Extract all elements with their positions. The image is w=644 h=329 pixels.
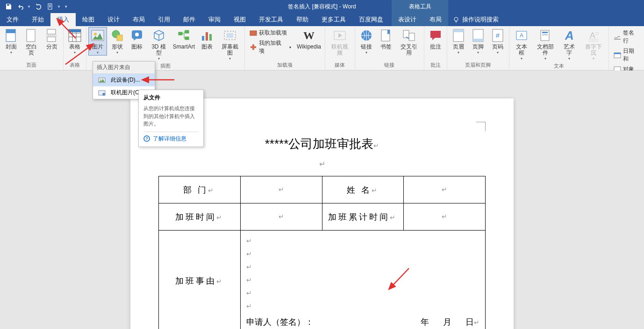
svg-rect-18 [206,32,208,41]
applicant-label: 申请人（签名）： [246,316,314,328]
textbox-button[interactable]: A 文本框▾ [511,27,532,62]
tooltip-link[interactable]: ? 了解详细信息 [143,132,199,143]
icons-button[interactable]: 图标 [128,27,146,51]
cell-reason-label[interactable]: 加班事由↵ [159,231,241,329]
svg-rect-19 [209,34,212,41]
new-doc-button[interactable] [46,2,55,11]
wikipedia-button[interactable]: W Wikipedia [295,27,322,51]
quick-access-toolbar: ▼ ▼ ▾ [0,2,73,11]
svg-rect-5 [47,29,56,34]
link-button[interactable]: 链接▾ [357,27,376,56]
page-break-button[interactable]: 分页 [43,27,61,51]
signature-line-button[interactable]: 签名行 [611,28,642,46]
tab-design[interactable]: 设计 [101,13,126,26]
pagenum-button[interactable]: # 页码▾ [488,27,507,56]
tab-tablelayout[interactable]: 布局 [423,13,448,26]
tab-view[interactable]: 视图 [227,13,252,26]
ribbon-group-links: 链接▾ 书签 交叉引用 链接 [355,26,424,70]
device-icon [98,77,107,84]
shapes-button[interactable]: 形状▾ [108,27,127,56]
svg-rect-14 [179,32,182,35]
page-corner-mark [476,122,486,131]
cell-time-value[interactable]: ↵ [240,203,322,231]
tab-tabledesign[interactable]: 表设计 [392,13,423,26]
undo-button[interactable] [16,2,25,11]
svg-point-10 [94,33,97,35]
tell-me-search[interactable]: 操作说明搜索 [448,13,503,26]
header-button[interactable]: 页眉▾ [449,27,468,56]
quickparts-button[interactable]: 文档部件▾ [532,27,558,62]
ribbon-group-text2: 签名行 日期和 对象 [609,26,644,70]
blank-page-button[interactable]: 空白页 [21,27,42,57]
svg-rect-3 [6,29,15,33]
ribbon-group-addins: 获取加载项 我的加载项▾ W Wikipedia 加载项 [245,26,325,70]
cell-dept-value[interactable]: ↵ [240,176,322,203]
svg-rect-0 [48,4,52,9]
svg-rect-38 [542,34,548,35]
tab-developer[interactable]: 开发工具 [252,13,290,26]
cell-sum-value[interactable]: ↵ [404,203,486,231]
comment-button[interactable]: 批注 [426,27,445,51]
cell-reason-value[interactable]: ↵↵↵ ↵↵↵ 申请人（签名）： 年 月 日↵ [240,231,485,329]
tab-insert[interactable]: 插入 [50,13,76,26]
svg-rect-12 [117,35,122,41]
svg-rect-26 [403,30,409,38]
cell-sum-label[interactable]: 加班累计时间↵ [322,203,404,231]
tab-references[interactable]: 引用 [151,13,177,26]
tab-draw[interactable]: 绘图 [76,13,101,26]
dropdown-arrow-icon[interactable]: ▼ [27,5,31,9]
online-video-button: 联机视频 [327,27,353,57]
tab-help[interactable]: 帮助 [290,13,315,26]
tab-moretools[interactable]: 更多工具 [315,13,352,26]
tab-home[interactable]: 开始 [25,13,50,26]
tab-review[interactable]: 审阅 [202,13,227,26]
tab-baidupan[interactable]: 百度网盘 [352,13,390,26]
help-icon: ? [143,135,150,142]
svg-point-13 [135,33,139,36]
tooltip: 从文件 从您的计算机或您连接到的其他计算机中插入图片。 ? 了解详细信息 [138,90,204,147]
wordart-button[interactable]: A 艺术字▾ [559,27,580,62]
cell-dept-label[interactable]: 部 门↵ [159,176,241,203]
cell-time-label[interactable]: 加班时间↵ [159,203,241,231]
tab-layout[interactable]: 布局 [126,13,151,26]
get-addins-button[interactable]: 获取加载项 [247,28,294,38]
tab-file[interactable]: 文件 [0,13,25,26]
svg-rect-6 [47,37,56,42]
datetime-button[interactable]: 日期和 [611,46,642,64]
chart-button[interactable]: 图表 [198,27,216,51]
save-button[interactable] [4,2,13,11]
cell-name-value[interactable]: ↵ [404,176,486,203]
footer-button[interactable]: 页脚▾ [469,27,487,56]
screenshot-button[interactable]: 屏幕截图▾ [217,27,243,62]
document-title: *****公司加班审批表↵ [158,136,486,152]
paragraph-mark: ↵ [158,157,486,171]
titlebar: ▼ ▼ ▾ 签名插入 [兼容模式] - Word [0,0,644,13]
cell-name-label[interactable]: 姓 名↵ [322,176,404,203]
svg-rect-27 [409,33,415,41]
document-area[interactable]: *****公司加班审批表↵ ↵ 部 门↵ ↵ 姓 名↵ ↵ 加班时间↵ ↵ 加班… [0,70,644,329]
smartart-button[interactable]: SmartArt [171,27,196,51]
dropdown-header: 插入图片来自 [93,62,155,74]
tooltip-body: 从您的计算机或您连接到的其他计算机中插入图片。 [143,105,199,128]
svg-point-1 [454,17,458,21]
my-addins-button[interactable]: 我的加载项▾ [247,38,294,56]
picture-button[interactable]: 图片▾ [88,27,107,56]
crossref-button[interactable]: 交叉引用 [396,27,422,57]
dropdown-arrow-icon[interactable]: ▼ [57,5,61,9]
cover-page-button[interactable]: 封面▾ [2,27,21,56]
svg-rect-21 [227,33,233,38]
bookmark-button[interactable]: 书签 [377,27,395,51]
svg-rect-16 [185,37,189,40]
svg-rect-31 [473,39,483,42]
table-button[interactable]: 表格▾ [65,27,84,56]
customize-qat-button[interactable]: ▾ [64,2,69,11]
svg-rect-15 [185,30,189,33]
from-device-item[interactable]: 此设备(D)... [93,74,155,86]
svg-point-46 [102,93,105,96]
svg-rect-4 [27,29,35,42]
tab-mailings[interactable]: 邮件 [177,13,202,26]
3dmodel-button[interactable]: 3D 模型▾ [147,27,171,62]
svg-text:?: ? [145,136,148,141]
redo-button[interactable] [34,2,43,11]
svg-rect-17 [202,36,204,41]
